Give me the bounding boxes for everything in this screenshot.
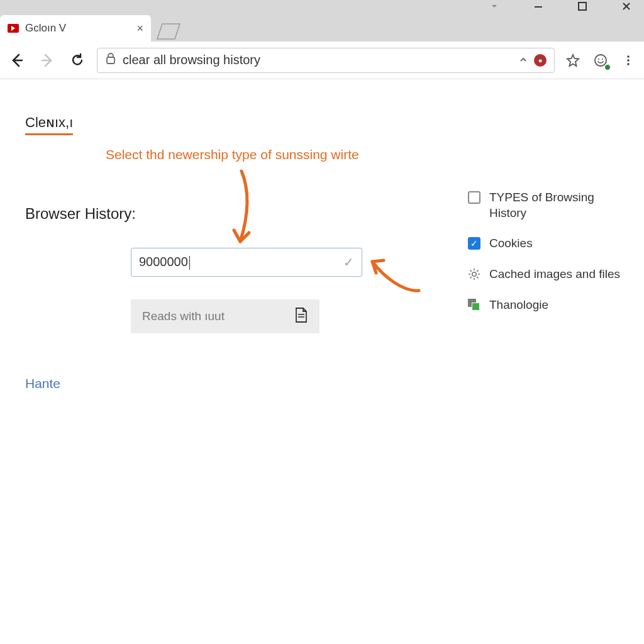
lock-icon (105, 52, 116, 68)
address-bar[interactable]: clear all browsing history ● (97, 48, 555, 73)
svg-line-21 (470, 277, 472, 278)
close-window-button[interactable] (614, 0, 639, 13)
option-cached[interactable]: Cached images and files (468, 267, 621, 282)
option-label: Thanologie (489, 297, 548, 313)
checkbox-checked-icon[interactable]: ✓ (468, 237, 480, 250)
page-heading: Cleɴıx,ı (25, 114, 73, 135)
browser-tab[interactable]: Gcloın V × (0, 15, 151, 42)
new-tab-button[interactable] (155, 20, 180, 42)
reads-row[interactable]: Reads with ıuut (131, 299, 319, 333)
option-label: Cached images and files (489, 267, 620, 282)
svg-point-6 (598, 58, 599, 60)
section-label: Browser History: (25, 205, 136, 223)
extension-status-dot-icon (604, 64, 611, 70)
tab-strip: Gcloın V × (0, 13, 644, 42)
options-list: TYPES of Browsing History ✓ Cookies Cach… (468, 190, 621, 313)
close-tab-button[interactable]: × (136, 22, 143, 35)
tab-title: Gcloın V (25, 22, 66, 35)
svg-point-13 (472, 272, 476, 276)
svg-point-7 (602, 58, 603, 60)
checkbox-icon[interactable] (468, 191, 480, 204)
stack-icon (468, 299, 480, 311)
dropdown-icon[interactable] (482, 0, 507, 13)
svg-point-9 (627, 59, 630, 62)
bookmark-button[interactable] (564, 51, 582, 70)
gear-icon (468, 268, 480, 280)
svg-rect-4 (107, 57, 114, 64)
browser-toolbar: clear all browsing history ● (0, 42, 644, 79)
option-label: TYPES of Browsing History (489, 190, 621, 221)
annotation-arrow-left-icon (366, 253, 423, 297)
svg-rect-0 (535, 6, 542, 8)
svg-line-20 (477, 270, 478, 272)
extension-button[interactable] (591, 51, 610, 70)
input-value: 9000000 (139, 255, 343, 270)
page-content: Cleɴıx,ı Select thd newership type of su… (0, 79, 644, 644)
reads-label: Reads with ıuut (142, 309, 225, 323)
address-text: clear all browsing history (123, 53, 513, 67)
option-label: Cookies (489, 236, 533, 252)
collapse-icon[interactable] (519, 53, 528, 67)
document-icon (294, 307, 308, 326)
svg-line-19 (477, 277, 478, 278)
svg-point-10 (627, 63, 630, 65)
check-icon: ✓ (343, 255, 354, 270)
reload-button[interactable] (67, 50, 88, 71)
svg-point-5 (595, 55, 606, 66)
history-value-input[interactable]: 9000000 ✓ (131, 248, 362, 277)
window-titlebar (0, 0, 644, 13)
option-types[interactable]: TYPES of Browsing History (468, 190, 621, 221)
option-cookies[interactable]: ✓ Cookies (468, 236, 621, 252)
annotation-text: Select thd newership type of sunssing wi… (106, 147, 359, 162)
annotation-arrow-down-icon (223, 167, 260, 249)
hante-link[interactable]: Hante (25, 376, 60, 391)
minimize-button[interactable] (526, 0, 551, 13)
maximize-button[interactable] (570, 0, 595, 13)
svg-line-18 (470, 270, 472, 272)
forward-button[interactable] (36, 50, 58, 71)
svg-point-8 (627, 55, 630, 58)
option-thanologie[interactable]: Thanologie (468, 297, 621, 313)
menu-button[interactable] (619, 51, 638, 70)
svg-rect-1 (579, 3, 586, 10)
back-button[interactable] (6, 50, 28, 71)
youtube-favicon-icon (8, 24, 19, 33)
site-badge-icon[interactable]: ● (534, 54, 547, 67)
